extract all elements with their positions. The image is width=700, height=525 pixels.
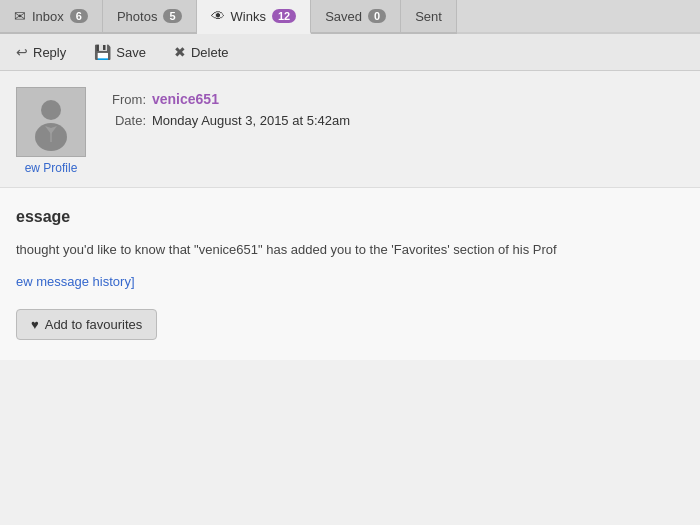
add-favourites-label: Add to favourites: [45, 317, 143, 332]
tab-winks-badge: 12: [272, 9, 296, 23]
tab-winks[interactable]: 👁 Winks 12: [197, 0, 312, 34]
reply-button[interactable]: ↩ Reply: [12, 42, 70, 62]
delete-icon: ✖: [174, 44, 186, 60]
tab-sent-label: Sent: [415, 9, 442, 24]
svg-point-0: [41, 100, 61, 120]
tab-inbox-badge: 6: [70, 9, 88, 23]
avatar-image: [21, 92, 81, 152]
date-row: Date: Monday August 3, 2015 at 5:42am: [106, 113, 350, 128]
message-subject: essage: [16, 208, 684, 226]
tab-photos-label: Photos: [117, 9, 157, 24]
tab-inbox[interactable]: ✉ Inbox 6: [0, 0, 103, 34]
delete-label: Delete: [191, 45, 229, 60]
reply-label: Reply: [33, 45, 66, 60]
tab-saved-badge: 0: [368, 9, 386, 23]
heart-icon: ♥: [31, 317, 39, 332]
tab-winks-label: Winks: [231, 9, 266, 24]
avatar: [16, 87, 86, 157]
date-label: Date:: [106, 113, 146, 128]
message-date: Monday August 3, 2015 at 5:42am: [152, 113, 350, 128]
add-favourites-button[interactable]: ♥ Add to favourites: [16, 309, 157, 340]
tab-photos[interactable]: Photos 5: [103, 0, 197, 34]
view-profile-link[interactable]: ew Profile: [25, 161, 78, 175]
toolbar: ↩ Reply 💾 Save ✖ Delete: [0, 34, 700, 71]
tab-saved[interactable]: Saved 0: [311, 0, 401, 34]
save-label: Save: [116, 45, 146, 60]
tab-photos-badge: 5: [163, 9, 181, 23]
delete-button[interactable]: ✖ Delete: [170, 42, 233, 62]
reply-icon: ↩: [16, 44, 28, 60]
message-meta: From: venice651 Date: Monday August 3, 2…: [106, 87, 350, 128]
message-history-link[interactable]: ew message history]: [16, 274, 684, 289]
winks-icon: 👁: [211, 8, 225, 24]
sender-username[interactable]: venice651: [152, 91, 219, 107]
avatar-block: ew Profile: [16, 87, 86, 175]
tab-bar: ✉ Inbox 6 Photos 5 👁 Winks 12 Saved 0 Se…: [0, 0, 700, 34]
tab-sent[interactable]: Sent: [401, 0, 457, 34]
tab-saved-label: Saved: [325, 9, 362, 24]
inbox-icon: ✉: [14, 8, 26, 24]
message-text: thought you'd like to know that "venice6…: [16, 240, 684, 260]
message-header: ew Profile From: venice651 Date: Monday …: [0, 71, 700, 188]
save-button[interactable]: 💾 Save: [90, 42, 150, 62]
tab-inbox-label: Inbox: [32, 9, 64, 24]
from-label: From:: [106, 92, 146, 107]
from-row: From: venice651: [106, 91, 350, 107]
save-icon: 💾: [94, 44, 111, 60]
message-body-section: essage thought you'd like to know that "…: [0, 188, 700, 360]
